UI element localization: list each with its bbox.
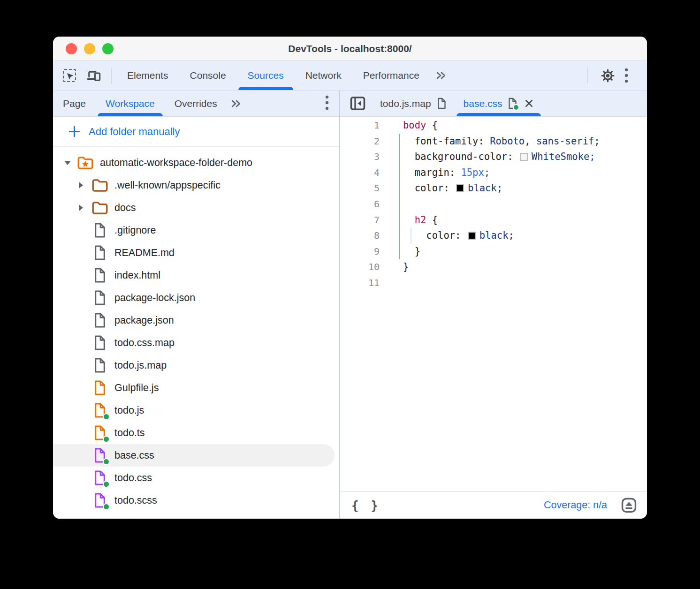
color-swatch-icon[interactable]	[468, 232, 476, 240]
sidebar-tab-overrides[interactable]: Overrides	[165, 91, 227, 116]
active-tab-underline	[98, 113, 163, 116]
synced-dot-icon	[103, 436, 110, 443]
editor-tab-label: base.css	[464, 98, 502, 109]
editor-tab-label: todo.js.map	[380, 98, 431, 109]
code-line[interactable]: 10}	[340, 259, 647, 275]
pretty-print-icon[interactable]: { }	[351, 498, 380, 513]
panel-tab-performance[interactable]: Performance	[352, 61, 430, 90]
code-line[interactable]: 1body {	[340, 118, 647, 134]
workspace-folder-icon	[77, 154, 94, 172]
line-number: 2	[340, 134, 380, 150]
code-line[interactable]: 6	[340, 196, 647, 212]
tree-item-label: index.html	[114, 270, 160, 281]
sources-sidebar: PageWorkspaceOverrides Add folder manual…	[53, 91, 340, 519]
tree-item-label: Gulpfile.js	[114, 382, 159, 394]
synced-dot-icon	[103, 413, 110, 420]
file-icon	[91, 289, 108, 307]
tree-item-label: README.md	[114, 247, 175, 259]
tree-item-label: todo.scss	[114, 495, 157, 506]
collapse-arrow-icon[interactable]	[79, 204, 83, 211]
tree-item-index-html[interactable]: index.html	[53, 264, 339, 287]
sidebar-tab-page[interactable]: Page	[53, 91, 96, 116]
code-editor[interactable]: 1body {2 font-family: Roboto, sans-serif…	[340, 117, 647, 491]
tree-item--well-known-appspecific[interactable]: .well-known/appspecific	[53, 174, 339, 196]
tree-item-label: todo.css.map	[114, 337, 175, 349]
collapse-arrow-icon[interactable]	[79, 182, 83, 189]
editor-tab-todo-js-map[interactable]: todo.js.map	[372, 91, 455, 116]
tree-item-label: .well-known/appspecific	[114, 180, 221, 191]
line-number: 3	[340, 149, 380, 165]
expand-arrow-icon[interactable]	[64, 161, 71, 165]
file-icon	[91, 446, 108, 464]
plus-icon	[68, 125, 81, 138]
tree-item-todo-css[interactable]: todo.css	[53, 467, 339, 489]
panel-tab-sources[interactable]: Sources	[237, 61, 295, 90]
color-swatch-icon[interactable]	[456, 184, 464, 192]
eject-panel-icon[interactable]	[621, 498, 637, 513]
folder-icon	[91, 199, 108, 217]
line-number: 10	[340, 259, 380, 275]
line-number: 8	[340, 228, 380, 244]
code-line[interactable]: 9 }	[340, 244, 647, 260]
file-icon	[91, 244, 108, 262]
window-title: DevTools - localhost:8000/	[53, 43, 647, 54]
panel-tab-network[interactable]: Network	[295, 61, 352, 90]
color-swatch-icon[interactable]	[520, 153, 528, 161]
main-toolbar: ElementsConsoleSourcesNetworkPerformance	[53, 61, 647, 91]
toolbar-divider	[111, 68, 112, 83]
settings-gear-icon[interactable]	[598, 66, 617, 85]
coverage-link[interactable]: Coverage: n/a	[544, 499, 607, 511]
tree-item-base-css[interactable]: base.css	[53, 444, 335, 467]
sidebar-tab-workspace[interactable]: Workspace	[96, 91, 165, 116]
code-line[interactable]: 11	[340, 275, 647, 291]
code-line[interactable]: 5 color: black;	[340, 181, 647, 196]
file-icon	[91, 334, 108, 352]
line-number: 6	[340, 196, 380, 212]
collapse-sidebar-icon[interactable]	[350, 96, 365, 111]
sidebar-more-tabs-chevron-icon[interactable]	[228, 98, 244, 109]
code-line[interactable]: 8 color: black;	[340, 228, 647, 244]
tree-item-gulpfile-js[interactable]: Gulpfile.js	[53, 377, 339, 399]
add-folder-button[interactable]: Add folder manually	[53, 117, 339, 147]
tree-item-todo-js[interactable]: todo.js	[53, 399, 339, 422]
tree-item-label: base.css	[114, 450, 154, 461]
panel-tab-elements[interactable]: Elements	[116, 61, 179, 90]
line-number: 1	[340, 118, 380, 134]
code-line[interactable]: 3 background-color: WhiteSmoke;	[340, 149, 647, 165]
code-line[interactable]: 4 margin: 15px;	[340, 165, 647, 181]
toolbar-right-divider	[587, 68, 588, 83]
tree-item-package-lock-json[interactable]: package-lock.json	[53, 287, 339, 309]
editor-panel: todo.js.map base.css 1body {2 font-famil…	[340, 91, 647, 519]
title-bar: DevTools - localhost:8000/	[53, 37, 647, 61]
tree-item-docs[interactable]: docs	[53, 196, 339, 219]
device-toolbar-icon[interactable]	[87, 69, 101, 82]
sidebar-kebab-menu-icon[interactable]	[325, 95, 329, 112]
file-icon	[437, 98, 447, 109]
main-tab-strip: ElementsConsoleSourcesNetworkPerformance	[116, 61, 430, 90]
devtools-content: PageWorkspaceOverrides Add folder manual…	[53, 91, 647, 519]
editor-tab-base-css[interactable]: base.css	[455, 91, 543, 116]
tree-item-label: docs	[114, 202, 136, 214]
tree-item-package-json[interactable]: package.json	[53, 309, 339, 332]
more-panels-chevron-icon[interactable]	[433, 70, 449, 81]
panel-tab-console[interactable]: Console	[179, 61, 237, 90]
code-line[interactable]: 7 h2 {	[340, 212, 647, 228]
tree-item-todo-js-map[interactable]: todo.js.map	[53, 354, 339, 377]
tree-item--gitignore[interactable]: .gitignore	[53, 219, 339, 242]
file-icon	[91, 469, 108, 487]
synced-dot-icon	[103, 503, 110, 510]
close-tab-icon[interactable]	[524, 98, 534, 108]
tree-item-label: automatic-workspace-folder-demo	[100, 157, 252, 169]
code-line[interactable]: 2 font-family: Roboto, sans-serif;	[340, 134, 647, 150]
line-number: 9	[340, 244, 380, 260]
editor-status-bar: { } Coverage: n/a	[340, 491, 647, 519]
tree-item-automatic-workspace-folder-demo[interactable]: automatic-workspace-folder-demo	[53, 151, 339, 174]
kebab-menu-icon[interactable]	[617, 66, 636, 85]
tree-item-todo-ts[interactable]: todo.ts	[53, 422, 339, 444]
inspect-element-icon[interactable]	[63, 69, 76, 82]
tree-item-readme-md[interactable]: README.md	[53, 242, 339, 264]
tree-item-todo-css-map[interactable]: todo.css.map	[53, 332, 339, 354]
line-number: 5	[340, 181, 380, 196]
tree-item-todo-scss[interactable]: todo.scss	[53, 489, 339, 512]
tree-item-label: package.json	[114, 315, 174, 326]
